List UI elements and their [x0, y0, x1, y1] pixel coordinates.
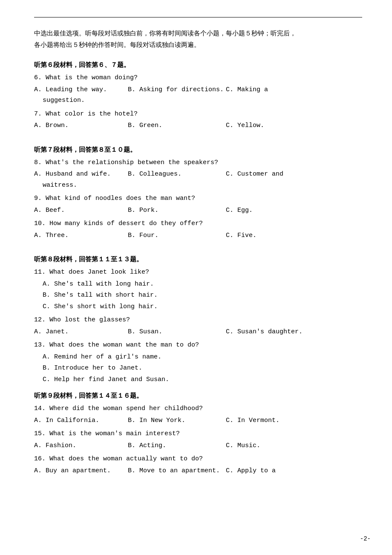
section-9: 听第９段材料，回答第１４至１６题。 14. Where did the woma… [34, 392, 362, 476]
q11-option-c: C. She's short with long hair. [43, 301, 362, 312]
section-7: 听第７段材料，回答第８至１０题。 8. What's the relations… [34, 146, 362, 241]
q12-option-c: C. Susan's daughter. [226, 327, 303, 338]
q15-option-b: B. Acting. [128, 440, 226, 451]
q10-option-b: B. Four. [128, 230, 226, 241]
section-8-header: 听第８段材料，回答第１１至１３题。 [34, 255, 362, 263]
q7-option-b: B. Green. [128, 120, 226, 131]
q8-option-a: A. Husband and wife. [34, 169, 128, 180]
q9-option-b: B. Pork. [128, 205, 226, 216]
q9-option-c: C. Egg. [226, 205, 253, 216]
q14-option-c: C. In Vermont. [226, 415, 280, 426]
q10-text: 10. How many kinds of dessert do they of… [34, 218, 362, 229]
intro-line2: 各小题将给出５秒钟的作答时间。每段对话或独白读两遍。 [34, 41, 200, 48]
q6-option-a: A. Leading the way. [34, 84, 128, 95]
q14-text: 14. Where did the woman spend her childh… [34, 403, 362, 414]
question-12: 12. Who lost the glasses? A. Janet. B. S… [34, 315, 362, 337]
section-9-header: 听第９段材料，回答第１４至１６题。 [34, 392, 362, 400]
q6-option-b: B. Asking for directions. [128, 84, 226, 95]
q12-text: 12. Who lost the glasses? [34, 315, 362, 326]
q14-option-a: A. In California. [34, 415, 128, 426]
q10-option-c: C. Five. [226, 230, 257, 241]
q15-option-a: A. Fashion. [34, 440, 128, 451]
section-6: 听第６段材料，回答第６、７题。 6. What is the woman doi… [34, 61, 362, 131]
q7-option-a: A. Brown. [34, 120, 128, 131]
q13-options: A. Remind her of a girl's name. B. Intro… [34, 352, 362, 385]
q6-text: 6. What is the woman doing? [34, 72, 362, 84]
q8-continuation: waitress. [34, 180, 362, 191]
section-6-header: 听第６段材料，回答第６、７题。 [34, 61, 362, 69]
q13-option-a: A. Remind her of a girl's name. [43, 352, 362, 363]
section-8: 听第８段材料，回答第１１至１３题。 11. What does Janet lo… [34, 255, 362, 385]
question-16: 16. What does the woman actually want to… [34, 454, 362, 476]
question-13: 13. What does the woman want the man to … [34, 340, 362, 385]
question-7: 7. What color is the hotel? A. Brown. B.… [34, 109, 362, 131]
q11-option-b: B. She's tall with short hair. [43, 290, 362, 301]
q13-option-b: B. Introduce her to Janet. [43, 363, 362, 374]
top-divider [34, 17, 362, 17]
question-8: 8. What's the relationship between the s… [34, 157, 362, 191]
q12-option-a: A. Janet. [34, 327, 128, 338]
intro-paragraph: 中选出最佳选项。听每段对话或独白前，你将有时间阅读各个小题，每小题５秒钟；听完后… [34, 28, 362, 51]
intro-line1: 中选出最佳选项。听每段对话或独白前，你将有时间阅读各个小题，每小题５秒钟；听完后… [34, 30, 296, 37]
q8-option-b: B. Colleagues. [128, 169, 226, 180]
q7-option-c: C. Yellow. [226, 120, 264, 131]
q16-option-b: B. Move to an apartment. [128, 465, 226, 477]
q11-option-a: A. She's tall with long hair. [43, 279, 362, 290]
page-number: -2- [360, 535, 371, 542]
q15-option-c: C. Music. [226, 440, 260, 451]
q16-text: 16. What does the woman actually want to… [34, 454, 362, 465]
q9-text: 9. What kind of noodles does the man wan… [34, 193, 362, 204]
q16-option-a: A. Buy an apartment. [34, 465, 128, 477]
q11-options: A. She's tall with long hair. B. She's t… [34, 279, 362, 312]
q12-option-b: B. Susan. [128, 327, 226, 338]
q7-text: 7. What color is the hotel? [34, 109, 362, 120]
q15-text: 15. What is the woman's main interest? [34, 428, 362, 439]
question-11: 11. What does Janet look like? A. She's … [34, 267, 362, 312]
question-15: 15. What is the woman's main interest? A… [34, 428, 362, 451]
q16-option-c: C. Apply to a [226, 465, 276, 477]
q8-option-c: C. Customer and [226, 169, 283, 180]
question-14: 14. Where did the woman spend her childh… [34, 403, 362, 426]
q11-text: 11. What does Janet look like? [34, 267, 362, 278]
question-10: 10. How many kinds of dessert do they of… [34, 218, 362, 241]
q14-option-b: B. In New York. [128, 415, 226, 426]
question-6: 6. What is the woman doing? A. Leading t… [34, 72, 362, 106]
q13-option-c: C. Help her find Janet and Susan. [43, 374, 362, 385]
section-7-header: 听第７段材料，回答第８至１０题。 [34, 146, 362, 154]
q6-continuation: suggestion. [34, 95, 362, 106]
q13-text: 13. What does the woman want the man to … [34, 340, 362, 351]
q6-option-c: C. Making a [226, 84, 268, 95]
question-9: 9. What kind of noodles does the man wan… [34, 193, 362, 216]
q9-option-a: A. Beef. [34, 205, 128, 216]
q10-option-a: A. Three. [34, 230, 128, 241]
q8-text: 8. What's the relationship between the s… [34, 157, 362, 168]
